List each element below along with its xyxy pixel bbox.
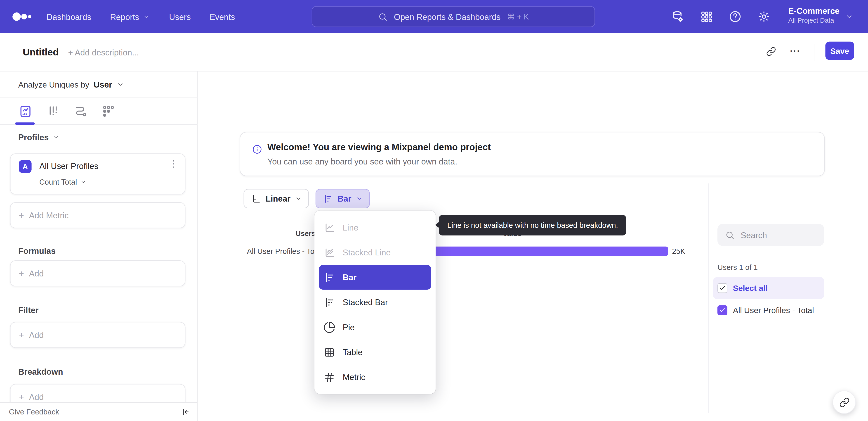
analyze-uniques-control[interactable]: Analyze Uniques by User: [18, 80, 124, 89]
series-checkbox[interactable]: [717, 305, 727, 315]
bar-value-label: 25K: [672, 247, 685, 255]
scale-label: Linear: [266, 194, 290, 203]
help-icon[interactable]: [728, 10, 742, 23]
select-all-label: Select all: [733, 284, 768, 292]
chevron-down-icon: [356, 195, 363, 202]
share-link-fab[interactable]: [833, 391, 856, 414]
mixpanel-logo-icon[interactable]: [12, 8, 34, 25]
tab-insights-icon[interactable]: [18, 104, 33, 118]
more-options-icon[interactable]: ⋯: [789, 44, 800, 57]
project-name: E-Commerce: [788, 5, 839, 16]
bar-chart-icon: [323, 271, 336, 283]
chevron-down-icon: [80, 179, 86, 185]
menu-item-label: Table: [343, 347, 363, 357]
search-placeholder: Open Reports & Dashboards: [394, 12, 501, 22]
nav-events[interactable]: Events: [210, 12, 235, 22]
metric-hash-icon: [323, 371, 336, 383]
add-description-field[interactable]: + Add description...: [68, 48, 139, 57]
primary-nav: Dashboards Reports Users Events: [46, 0, 235, 33]
search-shortcut: ⌘ + K: [507, 12, 529, 21]
aggregation-selector[interactable]: Count Total: [39, 178, 86, 186]
series-search-input[interactable]: [741, 230, 813, 240]
menu-item-stacked-line[interactable]: Stacked Line: [314, 240, 436, 265]
profiles-heading: Profiles: [18, 132, 49, 142]
chevron-down-icon: [143, 13, 150, 20]
menu-item-pie[interactable]: Pie: [314, 315, 436, 340]
series-item-row[interactable]: All User Profiles - Total: [713, 300, 824, 320]
nav-users[interactable]: Users: [169, 12, 191, 22]
right-panel-divider: [708, 184, 708, 413]
search-icon: [725, 230, 735, 240]
analyze-prefix-label: Analyze Uniques by: [18, 80, 89, 89]
bar-chart-icon: [323, 193, 333, 204]
collapse-sidebar-icon[interactable]: [181, 407, 191, 417]
nav-dashboards[interactable]: Dashboards: [46, 12, 91, 22]
data-management-icon[interactable]: [671, 10, 685, 24]
project-switcher[interactable]: E-Commerce All Project Data: [788, 5, 839, 25]
add-formula-button[interactable]: + Add: [10, 260, 185, 286]
link-icon: [839, 397, 849, 408]
add-filter-button[interactable]: + Add: [10, 322, 185, 348]
menu-item-table[interactable]: Table: [314, 340, 436, 364]
scale-selector-button[interactable]: Linear: [244, 189, 309, 208]
banner-title: Welcome! You are viewing a Mixpanel demo…: [268, 142, 491, 152]
query-sidebar: Analyze Uniques by User Profiles: [0, 72, 197, 421]
add-label: Add: [29, 330, 43, 340]
plus-icon: +: [19, 269, 24, 279]
profiles-section-header[interactable]: Profiles: [18, 132, 59, 142]
nav-label: Reports: [110, 12, 139, 22]
formulas-section-header: Formulas: [18, 246, 56, 255]
filter-heading: Filter: [18, 305, 39, 315]
stacked-bar-chart-icon: [323, 296, 336, 308]
tab-retention-icon[interactable]: [101, 104, 116, 118]
disabled-option-tooltip: Line is not available with no time based…: [439, 215, 626, 235]
report-header: Untitled + Add description... ⋯ Save: [0, 33, 868, 72]
select-all-row[interactable]: Select all: [713, 277, 824, 299]
menu-item-label: Bar: [343, 273, 356, 282]
apps-grid-icon[interactable]: [700, 10, 713, 23]
save-button[interactable]: Save: [825, 41, 854, 60]
select-all-checkbox[interactable]: [717, 283, 727, 293]
nav-reports[interactable]: Reports: [110, 12, 150, 22]
report-title[interactable]: Untitled: [23, 47, 59, 58]
menu-item-stacked-bar[interactable]: Stacked Bar: [314, 290, 436, 315]
nav-label: Events: [210, 12, 235, 22]
chevron-down-icon: [117, 81, 124, 88]
give-feedback-link[interactable]: Give Feedback: [9, 408, 59, 416]
chart-type-label: Bar: [338, 194, 351, 203]
menu-item-label: Metric: [343, 372, 365, 382]
menu-item-metric[interactable]: Metric: [314, 364, 436, 389]
series-count-label: Users 1 of 1: [717, 263, 758, 272]
chart-type-button[interactable]: Bar: [315, 189, 370, 208]
sidebar-footer: Give Feedback: [0, 402, 197, 421]
series-search[interactable]: [717, 224, 825, 246]
pie-chart-icon: [323, 321, 336, 333]
add-metric-button[interactable]: + Add Metric: [10, 202, 185, 228]
info-icon: [252, 144, 262, 155]
table-icon: [323, 346, 336, 358]
tab-flows-icon[interactable]: [74, 104, 88, 118]
metric-badge: A: [19, 160, 31, 173]
add-metric-label: Add Metric: [29, 210, 69, 220]
search-icon: [378, 12, 388, 22]
top-nav-actions: [671, 0, 771, 33]
add-label: Add: [29, 269, 43, 278]
breakdown-heading: Breakdown: [18, 367, 63, 376]
analyze-entity-value: User: [94, 80, 112, 89]
plus-icon: +: [19, 210, 24, 220]
chevron-down-icon: [845, 13, 853, 20]
menu-item-line[interactable]: Line: [314, 215, 436, 240]
settings-gear-icon[interactable]: [757, 10, 771, 23]
plus-icon: +: [19, 330, 24, 340]
metric-card[interactable]: A All User Profiles ⋮ Count Total: [10, 153, 185, 194]
kebab-menu-icon[interactable]: ⋮: [169, 160, 178, 168]
nav-label: Dashboards: [46, 12, 91, 22]
menu-item-label: Line: [343, 223, 358, 232]
copy-link-icon[interactable]: [766, 47, 776, 57]
tab-funnels-icon[interactable]: [46, 104, 60, 118]
active-tab-indicator: [15, 122, 35, 125]
menu-item-bar[interactable]: Bar: [319, 265, 431, 290]
global-search-button[interactable]: Open Reports & Dashboards ⌘ + K: [312, 6, 595, 27]
formulas-heading: Formulas: [18, 246, 56, 255]
banner-subtitle: You can use any board you see with your …: [268, 157, 457, 166]
